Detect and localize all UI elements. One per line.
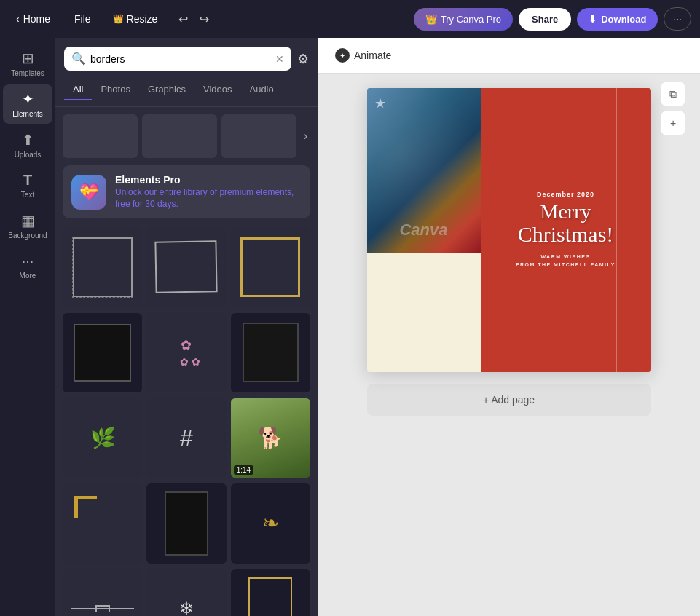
sidebar-item-templates-label: Templates bbox=[11, 69, 44, 77]
sidebar-item-background[interactable]: ▦ Background bbox=[3, 206, 52, 245]
more-results-arrow[interactable]: › bbox=[301, 114, 310, 158]
list-item[interactable] bbox=[231, 313, 310, 392]
canvas-area: ✦ Animate ⧉ + ★ bbox=[318, 38, 700, 616]
video-duration-badge: 1:14 bbox=[234, 465, 253, 475]
snowflake-border: ❄ bbox=[179, 599, 194, 616]
duplicate-button[interactable]: ⧉ bbox=[661, 82, 685, 106]
list-item[interactable]: 🐕 1:14 bbox=[231, 398, 310, 478]
resize-button[interactable]: 👑 Resize bbox=[103, 9, 168, 29]
download-icon: ⬇ bbox=[589, 14, 597, 25]
animate-bar: ✦ Animate bbox=[318, 38, 700, 74]
elements-grid bbox=[63, 227, 310, 307]
more-options-button[interactable]: ··· bbox=[664, 7, 691, 31]
list-item[interactable]: # bbox=[146, 398, 226, 478]
list-item[interactable] bbox=[231, 227, 310, 307]
sidebar-item-uploads-label: Uploads bbox=[15, 151, 42, 159]
tab-videos[interactable]: Videos bbox=[194, 79, 241, 100]
sidebar-item-more-label: More bbox=[20, 272, 36, 280]
border-gold-square bbox=[240, 237, 300, 297]
list-item[interactable] bbox=[146, 227, 226, 307]
download-label: Download bbox=[601, 14, 646, 25]
tab-photos[interactable]: Photos bbox=[92, 79, 138, 100]
panel-content: › 💝 Elements Pro Unlock our entire libra… bbox=[55, 107, 318, 616]
share-button[interactable]: Share bbox=[519, 8, 571, 31]
animate-button[interactable]: ✦ Animate bbox=[329, 45, 397, 66]
home-button[interactable]: ‹ Home bbox=[9, 9, 58, 29]
main-area: ⊞ Templates ✦ Elements ⬆ Uploads T Text … bbox=[0, 38, 700, 616]
search-bar-row: 🔍 ✕ ⚙ bbox=[55, 38, 318, 79]
add-page-button[interactable]: + Add page bbox=[367, 384, 651, 416]
sidebar-item-text[interactable]: T Text bbox=[3, 166, 52, 205]
search-filter-button[interactable]: ⚙ bbox=[297, 51, 309, 67]
tab-audio[interactable]: Audio bbox=[240, 79, 282, 100]
list-item[interactable]: ❧ bbox=[231, 483, 310, 563]
card-christmas: Christmas! bbox=[518, 224, 614, 245]
placeholder-3 bbox=[221, 114, 296, 158]
search-input[interactable] bbox=[90, 53, 271, 65]
elements-grid-4: ❧ bbox=[63, 483, 310, 563]
card-right-panel: December 2020 Merry Christmas! WARM WISH… bbox=[481, 88, 651, 372]
more-icon: ··· bbox=[22, 253, 34, 269]
undo-button[interactable]: ↩ bbox=[174, 8, 192, 31]
list-item[interactable] bbox=[63, 569, 142, 616]
text-icon: T bbox=[23, 172, 32, 189]
topbar: ‹ Home File 👑 Resize ↩ ↪ 👑 Try Canva Pro… bbox=[0, 0, 700, 38]
border-handdrawn bbox=[155, 241, 218, 294]
elements-grid-5: ❄ bbox=[63, 569, 310, 616]
topbar-nav: File 👑 Resize bbox=[65, 9, 167, 29]
search-clear-button[interactable]: ✕ bbox=[275, 53, 284, 65]
canvas-scroll: ★ Canva December 2020 Merry Christmas! bbox=[318, 74, 700, 616]
sidebar-item-background-label: Background bbox=[8, 232, 47, 240]
list-item[interactable] bbox=[63, 227, 142, 307]
list-item[interactable] bbox=[231, 569, 310, 616]
add-section-button[interactable]: + bbox=[661, 111, 685, 135]
christmas-card[interactable]: ★ Canva December 2020 Merry Christmas! bbox=[367, 88, 651, 372]
border-dark-rect bbox=[243, 323, 299, 382]
undo-redo-group: ↩ ↪ bbox=[174, 8, 213, 31]
sidebar-item-uploads[interactable]: ⬆ Uploads bbox=[3, 125, 52, 165]
corner-gold-bracket bbox=[74, 496, 130, 552]
dog-photo-placeholder: 🐕 bbox=[258, 426, 283, 450]
card-wishes: WARM WISHES FROM THE MITCHELL FAMILY bbox=[516, 253, 616, 269]
list-item[interactable] bbox=[146, 483, 226, 563]
file-button[interactable]: File bbox=[65, 9, 101, 29]
animate-icon: ✦ bbox=[335, 48, 350, 63]
tab-all[interactable]: All bbox=[64, 79, 92, 100]
sidebar-item-more[interactable]: ··· More bbox=[3, 247, 52, 285]
placeholder-1 bbox=[63, 114, 138, 158]
topbar-right: 👑 Try Canva Pro Share ⬇ Download ··· bbox=[414, 7, 691, 31]
promo-description: Unlock our entire library of premium ele… bbox=[115, 187, 302, 210]
templates-icon: ⊞ bbox=[22, 50, 34, 67]
card-left-panel: ★ Canva bbox=[367, 88, 481, 372]
wishes-line2: FROM THE MITCHELL FAMILY bbox=[516, 262, 616, 267]
elements-pro-promo[interactable]: 💝 Elements Pro Unlock our entire library… bbox=[63, 165, 310, 218]
line-border bbox=[71, 608, 134, 609]
promo-title: Elements Pro bbox=[115, 174, 302, 186]
border-gold-portrait bbox=[248, 577, 292, 617]
sidebar-item-text-label: Text bbox=[21, 191, 34, 199]
tab-graphics[interactable]: Graphics bbox=[139, 79, 194, 100]
card-merry: Merry bbox=[540, 201, 591, 224]
list-item[interactable]: ❄ bbox=[146, 569, 226, 616]
promo-icon: 💝 bbox=[71, 175, 106, 210]
ornament-icon: ❧ bbox=[262, 511, 279, 535]
sidebar-item-elements[interactable]: ✦ Elements bbox=[3, 84, 52, 124]
list-item[interactable] bbox=[63, 313, 142, 392]
filter-tabs: All Photos Graphics Videos Audio bbox=[55, 79, 318, 107]
redo-button[interactable]: ↪ bbox=[195, 8, 213, 31]
sidebar-item-templates[interactable]: ⊞ Templates bbox=[3, 44, 52, 83]
search-input-wrap: 🔍 ✕ bbox=[64, 47, 291, 71]
resize-label: Resize bbox=[127, 13, 158, 25]
list-item[interactable]: ✿ ✿ ✿ bbox=[146, 313, 226, 392]
list-item[interactable]: 🌿 bbox=[63, 398, 142, 478]
download-button[interactable]: ⬇ Download bbox=[577, 8, 658, 31]
elements-grid-2: ✿ ✿ ✿ bbox=[63, 313, 310, 392]
list-item[interactable] bbox=[63, 483, 142, 563]
border-dark bbox=[74, 324, 131, 382]
placeholder-2 bbox=[142, 114, 217, 158]
try-pro-button[interactable]: 👑 Try Canva Pro bbox=[414, 8, 513, 31]
loading-placeholders: › bbox=[63, 114, 310, 158]
star-decoration: ★ bbox=[374, 95, 386, 111]
crown-icon-pro: 👑 bbox=[425, 14, 437, 25]
sidebar-item-elements-label: Elements bbox=[12, 110, 43, 118]
